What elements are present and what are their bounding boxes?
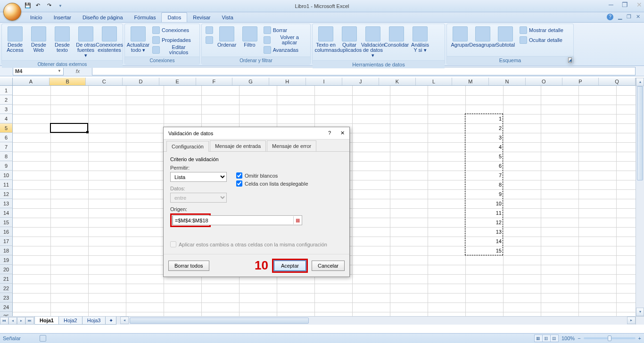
col-header-D[interactable]: D — [123, 78, 159, 85]
new-sheet-tab[interactable]: ✦ — [105, 317, 116, 325]
ribbon-conexiones-existentes-button[interactable]: Conexiones existentes — [98, 25, 121, 54]
allow-select[interactable]: Lista — [170, 172, 227, 182]
row-header-5[interactable]: 5 — [0, 123, 13, 133]
cell[interactable]: 12 — [465, 218, 503, 227]
ribbon-validaci-n-de-datos--button[interactable]: Validación de datos ▾ — [362, 25, 384, 59]
ribbon-desde-web-button[interactable]: Desde Web — [27, 25, 50, 54]
sheet-tab-hoja2[interactable]: Hoja2 — [58, 317, 83, 325]
range-picker-icon[interactable]: ▦ — [293, 216, 302, 224]
row-header-19[interactable]: 19 — [0, 255, 13, 265]
cell[interactable]: 4 — [465, 142, 503, 152]
ribbon-tab-insertar[interactable]: Insertar — [48, 13, 77, 22]
scroll-right-button[interactable]: ▸ — [627, 317, 636, 324]
row-header-21[interactable]: 21 — [0, 274, 13, 284]
ribbon-tab-revisar[interactable]: Revisar — [187, 13, 216, 22]
col-header-F[interactable]: F — [196, 78, 233, 85]
col-header-I[interactable]: I — [306, 78, 343, 85]
row-header-23[interactable]: 23 — [0, 293, 13, 302]
save-icon[interactable]: 💾 — [25, 2, 32, 10]
sort-az-button[interactable] — [204, 25, 215, 35]
row-header-7[interactable]: 7 — [0, 142, 13, 152]
col-header-H[interactable]: H — [269, 78, 306, 85]
col-header-O[interactable]: O — [526, 78, 562, 85]
sheet-tab-hoja1[interactable]: Hoja1 — [34, 317, 59, 325]
ribbon-volver-a-aplicar-button[interactable]: Volver a aplicar — [262, 35, 308, 45]
row-header-16[interactable]: 16 — [0, 227, 13, 237]
ribbon-ocultar-detalle-button[interactable]: Ocultar detalle — [518, 35, 565, 45]
name-box[interactable]: M4▼ — [13, 67, 64, 75]
ribbon-quitar-duplicados-button[interactable]: Quitar duplicados — [338, 25, 361, 54]
row-header-18[interactable]: 18 — [0, 246, 13, 255]
row-header-6[interactable]: 6 — [0, 133, 13, 142]
zoom-level[interactable]: 100% — [561, 335, 575, 341]
row-header-14[interactable]: 14 — [0, 208, 13, 218]
cell[interactable]: 8 — [465, 180, 503, 189]
row-header-3[interactable]: 3 — [0, 105, 13, 114]
cell[interactable]: 13 — [465, 227, 503, 237]
zoom-out-icon[interactable]: − — [578, 335, 580, 341]
ribbon-close-icon[interactable]: ✕ — [636, 14, 640, 20]
sheet-tab-hoja3[interactable]: Hoja3 — [82, 317, 106, 325]
scroll-down-button[interactable]: ▾ — [636, 308, 644, 316]
cell[interactable]: 9 — [465, 189, 503, 199]
ribbon-subtotal-button[interactable]: Subtotal — [494, 25, 517, 49]
page-break-view-icon[interactable]: ▤ — [550, 335, 559, 342]
col-header-B[interactable]: B — [50, 78, 86, 85]
row-header-20[interactable]: 20 — [0, 265, 13, 274]
ribbon-tab-datos[interactable]: Datos — [161, 12, 187, 22]
normal-view-icon[interactable]: ▦ — [534, 335, 543, 342]
ribbon-desagrupar-button[interactable]: Desagrupar — [471, 25, 494, 49]
ribbon-de-otras-fuentes--button[interactable]: De otras fuentes ▾ — [74, 25, 97, 59]
office-button[interactable] — [3, 3, 21, 21]
ribbon-restore-icon[interactable]: ❐ — [627, 14, 631, 20]
ribbon-minimize-icon[interactable]: ▁ — [618, 14, 622, 20]
ribbon-tab-vista[interactable]: Vista — [216, 13, 239, 22]
qat-custom-icon[interactable]: ▼ — [58, 4, 62, 8]
ribbon-mostrar-detalle-button[interactable]: Mostrar detalle — [518, 25, 565, 35]
ribbon-conexiones-button[interactable]: Conexiones — [150, 25, 198, 35]
tab-nav-last[interactable]: ⏭ — [25, 317, 34, 325]
select-all-button[interactable] — [0, 78, 13, 86]
accept-button[interactable]: Aceptar — [274, 261, 306, 271]
cell[interactable]: 15 — [465, 246, 503, 255]
dialog-tab-configuración[interactable]: Configuración — [166, 141, 209, 152]
redo-icon[interactable]: ↷ — [47, 2, 55, 10]
col-header-N[interactable]: N — [489, 78, 526, 85]
cell[interactable]: 2 — [465, 123, 503, 133]
help-icon[interactable]: ? — [607, 14, 613, 20]
col-header-G[interactable]: G — [232, 78, 269, 85]
cell[interactable]: 14 — [465, 237, 503, 246]
dialog-tab-mensaje-de-error[interactable]: Mensaje de error — [267, 140, 316, 151]
row-header-2[interactable]: 2 — [0, 95, 13, 105]
cancel-button[interactable]: Cancelar — [312, 261, 345, 271]
zoom-in-icon[interactable]: + — [638, 335, 641, 341]
ribbon-tab-inicio[interactable]: Inicio — [25, 13, 48, 22]
row-header-9[interactable]: 9 — [0, 161, 13, 171]
ribbon-tab-fórmulas[interactable]: Fórmulas — [129, 13, 162, 22]
col-header-Q[interactable]: Q — [599, 78, 636, 85]
macro-record-icon[interactable] — [40, 335, 46, 342]
undo-icon[interactable]: ↶ — [36, 2, 43, 10]
tab-nav-prev[interactable]: ◂ — [8, 317, 17, 325]
ribbon-desde-access-button[interactable]: Desde Access — [4, 25, 26, 54]
cell[interactable]: 3 — [465, 133, 503, 142]
filter-button[interactable]: Filtro — [239, 25, 260, 49]
ribbon-avanzadas-button[interactable]: Avanzadas — [262, 45, 308, 55]
col-header-L[interactable]: L — [416, 78, 453, 85]
dropdown-checkbox[interactable] — [236, 180, 242, 187]
ignore-blank-checkbox[interactable] — [236, 172, 242, 179]
cell[interactable]: 1 — [465, 114, 503, 123]
row-header-13[interactable]: 13 — [0, 199, 13, 208]
col-header-C[interactable]: C — [86, 78, 123, 85]
row-header-24[interactable]: 24 — [0, 302, 13, 312]
cell[interactable]: 5 — [465, 152, 503, 161]
col-header-K[interactable]: K — [379, 78, 416, 85]
cell[interactable]: 10 — [465, 199, 503, 208]
cell[interactable]: 6 — [465, 161, 503, 171]
page-layout-view-icon[interactable]: ▥ — [542, 335, 551, 342]
ribbon-editar-v-nculos-button[interactable]: Editar vínculos — [150, 45, 198, 55]
row-header-1[interactable]: 1 — [0, 86, 13, 95]
hscroll-thumb[interactable] — [130, 318, 309, 324]
row-header-17[interactable]: 17 — [0, 237, 13, 246]
cell[interactable]: 7 — [465, 171, 503, 180]
